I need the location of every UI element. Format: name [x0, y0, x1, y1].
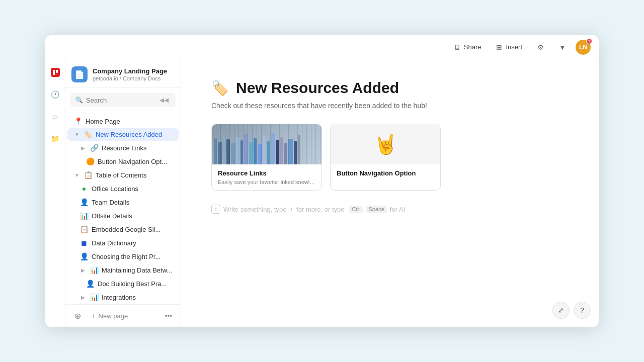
cards-grid: Resource Links Easily save your favorite…	[211, 124, 569, 191]
integrations-icon: 📊	[90, 293, 99, 301]
card-body: Resource Links Easily save your favorite…	[212, 164, 321, 190]
sidebar-item-integrations[interactable]: ▶ 📊 Integrations	[67, 291, 179, 304]
sidebar-item-label: Embedded Google Sli...	[92, 226, 173, 233]
doc-icon: 📄	[71, 66, 88, 82]
notification-badge: 1	[586, 38, 592, 44]
card-resource-links[interactable]: Resource Links Easily save your favorite…	[211, 124, 322, 191]
sidebar-item-label: Choosing the Right Pr...	[92, 253, 173, 260]
ctrl-shortcut: Ctrl	[349, 206, 363, 213]
rail-icon-starred[interactable]: ☆	[48, 110, 62, 124]
sidebar-title-area: Company Landing Page getcoda.io / Compan…	[93, 67, 167, 82]
sidebar-item-label: Table of Contents	[96, 171, 173, 179]
sidebar-item-toc[interactable]: ▼ 📋 Table of Contents	[67, 168, 179, 182]
sidebar-item-button-nav[interactable]: 🟠 Button Navigation Opt...	[67, 155, 179, 168]
chevron-right-icon: ▶	[79, 294, 87, 301]
insert-button[interactable]: ⊞ Insert	[490, 41, 527, 54]
share-button[interactable]: 🖥 Share	[448, 41, 487, 54]
chevron-right-icon: ▶	[79, 144, 87, 151]
icon-rail: 🕐 ☆ 📁	[45, 59, 65, 327]
slash-separator: /	[289, 206, 293, 213]
svg-rect-0	[51, 68, 60, 77]
top-bar: 🖥 Share ⊞ Insert ⚙ ▼ LN 1	[45, 35, 599, 59]
svg-rect-2	[56, 70, 58, 73]
sidebar-item-label: Resource Links	[102, 144, 173, 152]
card-title: Resource Links	[218, 169, 315, 177]
sidebar-doc-path: getcoda.io / Company Docs	[93, 75, 167, 81]
toc-icon: 📋	[84, 171, 93, 179]
share-icon: 🖥	[453, 43, 461, 51]
card-image-icon: 🤘	[331, 124, 440, 164]
page-subtitle: Check out these resources that have rece…	[211, 102, 569, 110]
sidebar-add-icon[interactable]: ⊕	[70, 309, 85, 323]
button-nav-emoji: 🤘	[374, 133, 397, 155]
sidebar-item-doc-building[interactable]: 👤 Doc Building Best Pra...	[67, 277, 179, 290]
sidebar-item-team[interactable]: 👤 Team Details	[67, 196, 179, 209]
chevron-down-icon: ▼	[73, 171, 80, 178]
sidebar-item-label: Team Details	[92, 199, 173, 206]
account-icon: ▼	[558, 43, 567, 51]
sidebar-item-new-resources[interactable]: ▼ 🏷️ New Resources Added	[67, 128, 179, 141]
sidebar-item-choosing[interactable]: 👤 Choosing the Right Pr...	[67, 250, 179, 263]
card-image-bookshelf	[212, 124, 321, 164]
sidebar-header: 📄 Company Landing Page getcoda.io / Comp…	[65, 59, 181, 88]
new-page-button[interactable]: + New page	[89, 310, 131, 322]
space-shortcut: Space	[366, 206, 387, 213]
doc-building-icon: 👤	[86, 280, 95, 288]
sidebar-item-label: Data Dictionary	[92, 239, 173, 247]
app-window: 🖥 Share ⊞ Insert ⚙ ▼ LN 1	[45, 35, 599, 327]
bottom-right-controls: ⤢ ?	[552, 302, 591, 319]
add-block-icon[interactable]: +	[211, 205, 220, 214]
resource-links-icon: 🔗	[90, 144, 99, 152]
sidebar-item-offsite[interactable]: 📊 Offsite Details	[67, 209, 179, 222]
sidebar-item-label: Doc Building Best Pra...	[98, 280, 173, 288]
card-button-nav[interactable]: 🤘 Button Navigation Option	[330, 124, 441, 191]
sidebar-item-label: Integrations	[102, 294, 173, 301]
rail-icon-pages[interactable]: 📁	[48, 132, 62, 146]
choosing-icon: 👤	[79, 252, 89, 260]
home-icon: 📍	[73, 117, 83, 125]
svg-rect-1	[53, 70, 55, 75]
sidebar-item-label: Button Navigation Opt...	[98, 158, 173, 165]
sidebar-item-resource-links[interactable]: ▶ 🔗 Resource Links	[67, 141, 179, 154]
settings-icon: ⚙	[536, 43, 544, 51]
sidebar-bottom: ⊕ + New page •••	[65, 304, 181, 327]
card-desc: Easily save your favorite linked knowled…	[218, 179, 315, 185]
rail-icon-logo[interactable]	[48, 65, 62, 79]
write-hint[interactable]: + Write something, type / for more, or t…	[211, 203, 569, 216]
sidebar-item-home[interactable]: 📍 Home Page	[67, 115, 179, 128]
new-resources-icon: 🏷️	[84, 131, 93, 138]
sidebar-item-label: Maintaining Data Betw...	[102, 266, 173, 274]
card-body: Button Navigation Option	[331, 164, 440, 184]
button-nav-icon: 🟠	[86, 157, 95, 165]
maintaining-icon: 📊	[90, 266, 99, 274]
offsite-icon: 📊	[79, 212, 89, 220]
settings-button[interactable]: ⚙	[531, 41, 549, 54]
insert-icon: ⊞	[495, 43, 503, 51]
embedded-icon: 📋	[79, 225, 89, 233]
search-input[interactable]	[86, 97, 154, 104]
sidebar: 📄 Company Landing Page getcoda.io / Comp…	[65, 59, 181, 327]
sidebar-more-icon[interactable]: •••	[162, 309, 176, 323]
sidebar-collapse-button[interactable]: ◀◀	[157, 96, 171, 105]
page-title: New Resources Added	[236, 79, 399, 97]
page-title-row: 🏷️ New Resources Added	[211, 79, 569, 97]
expand-button[interactable]: ⤢	[552, 302, 570, 319]
main-area: 🕐 ☆ 📁 📄 Company Landing Page getcoda.io …	[45, 59, 599, 327]
sidebar-search-bar[interactable]: 🔍 ◀◀	[70, 93, 176, 107]
main-content: 🏷️ New Resources Added Check out these r…	[181, 59, 599, 327]
account-button[interactable]: ▼	[553, 41, 572, 54]
sidebar-item-maintaining[interactable]: ▶ 📊 Maintaining Data Betw...	[67, 263, 179, 277]
sidebar-item-data-dict[interactable]: ◼ Data Dictionary	[67, 236, 179, 249]
search-icon: 🔍	[75, 97, 83, 104]
help-button[interactable]: ?	[574, 302, 591, 319]
sidebar-item-office[interactable]: ● Office Locations	[67, 182, 179, 195]
team-icon: 👤	[79, 198, 89, 206]
office-icon: ●	[79, 185, 89, 193]
bookshelf-visual	[212, 124, 321, 164]
plus-icon: +	[92, 312, 96, 320]
rail-icon-history[interactable]: 🕐	[48, 87, 62, 102]
card-title: Button Navigation Option	[337, 169, 434, 177]
sidebar-item-label: Offsite Details	[92, 212, 173, 220]
sidebar-item-embedded[interactable]: 📋 Embedded Google Sli...	[67, 223, 179, 236]
avatar[interactable]: LN 1	[576, 40, 591, 55]
